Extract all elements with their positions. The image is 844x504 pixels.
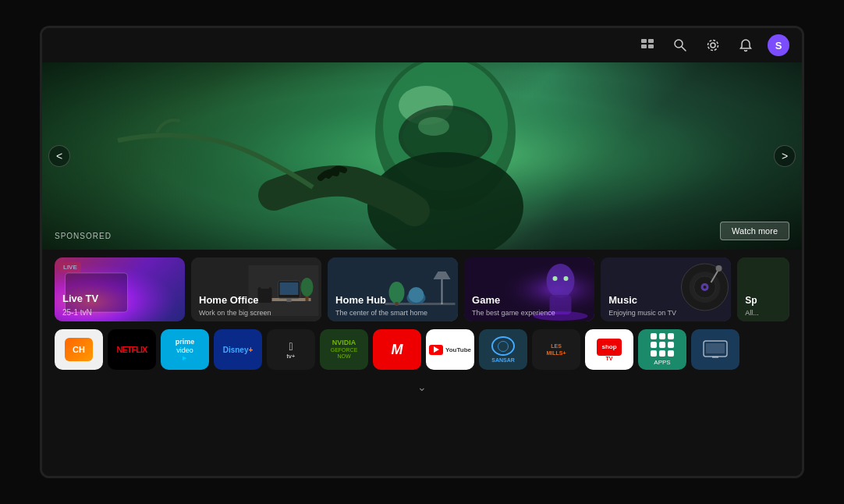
- settings-icon[interactable]: [702, 34, 724, 56]
- svg-rect-25: [258, 287, 272, 303]
- home-hub-title: Home Hub: [335, 294, 386, 306]
- svg-rect-54: [706, 343, 725, 353]
- home-office-subtitle: Work on the big screen: [199, 309, 271, 317]
- svg-point-39: [547, 264, 575, 298]
- apps-label: APPS: [654, 359, 670, 366]
- apps-row: CH NETFLIX prime video ▶ Disney+: [55, 329, 789, 370]
- game-subtitle: The best game experience: [472, 309, 555, 317]
- sponsored-label: SPONSORED: [55, 232, 112, 240]
- sports-subtitle: All...: [745, 309, 759, 317]
- app-icon-les-mills[interactable]: LESMILLS+: [532, 329, 580, 370]
- svg-rect-28: [306, 296, 309, 301]
- app-icon-masterclass[interactable]: M: [373, 329, 421, 370]
- game-title: Game: [472, 294, 500, 306]
- category-card-game[interactable]: Game The best game experience: [464, 257, 594, 321]
- content-area: LIVE Live TV 25-1 tvN: [42, 250, 802, 476]
- hero-prev-button[interactable]: <: [48, 145, 70, 167]
- svg-rect-26: [261, 285, 270, 289]
- category-card-live-tv[interactable]: LIVE Live TV 25-1 tvN: [55, 257, 185, 321]
- live-tv-channel: 25-1 tvN: [62, 308, 92, 317]
- hero-banner: SPONSORED Watch more < >: [42, 62, 802, 250]
- svg-rect-0: [641, 39, 647, 43]
- app-icon-disney-plus[interactable]: Disney+: [214, 329, 262, 370]
- svg-point-15: [418, 117, 449, 136]
- svg-point-49: [704, 286, 707, 289]
- category-card-home-hub[interactable]: Home Hub The center of the smart home: [328, 257, 458, 321]
- sports-title: Sp: [745, 295, 757, 306]
- avatar[interactable]: S: [768, 34, 789, 56]
- svg-point-27: [301, 278, 314, 296]
- music-title: Music: [608, 294, 637, 306]
- top-bar: S: [42, 28, 802, 62]
- tv-frame: S: [40, 26, 804, 478]
- home-office-title: Home Office: [199, 294, 259, 306]
- music-subtitle: Enjoying music on TV: [608, 309, 676, 317]
- app-icon-netflix[interactable]: NETFLIX: [108, 329, 156, 370]
- app-icon-shop-tv[interactable]: shop TV: [585, 329, 633, 370]
- app-icon-apple-tv[interactable]:  tv+: [267, 329, 315, 370]
- category-card-music[interactable]: Music Enjoying music on TV: [601, 257, 731, 321]
- category-card-home-office[interactable]: Home Office Work on the big screen: [191, 257, 321, 321]
- svg-point-6: [711, 43, 715, 48]
- svg-rect-24: [287, 298, 292, 302]
- app-icon-youtube[interactable]: YouTube: [426, 329, 474, 370]
- app-icon-ch[interactable]: CH: [55, 329, 103, 370]
- category-row: LIVE Live TV 25-1 tvN: [55, 257, 789, 321]
- app-icon-more[interactable]: [691, 329, 739, 370]
- chevron-down-icon: ⌄: [417, 381, 427, 393]
- app-icon-geforce-now[interactable]: NVIDIA GEFORCE NOW: [320, 329, 368, 370]
- home-hub-subtitle: The center of the smart home: [335, 309, 427, 317]
- grid-icon[interactable]: [637, 34, 658, 56]
- hero-next-button[interactable]: >: [774, 145, 796, 167]
- svg-point-42: [564, 276, 569, 281]
- svg-rect-23: [280, 282, 299, 295]
- svg-point-41: [553, 276, 558, 281]
- svg-rect-3: [648, 44, 654, 48]
- svg-point-51: [716, 265, 722, 272]
- watch-more-button[interactable]: Watch more: [720, 222, 789, 240]
- svg-rect-2: [641, 44, 647, 48]
- svg-point-34: [409, 287, 424, 303]
- scroll-down-indicator[interactable]: ⌄: [55, 378, 789, 396]
- svg-rect-1: [648, 39, 654, 43]
- svg-point-35: [389, 282, 405, 303]
- search-icon[interactable]: [669, 34, 691, 56]
- category-card-sports[interactable]: Sp All...: [737, 257, 789, 321]
- app-icon-prime-video[interactable]: prime video ▶: [161, 329, 209, 370]
- svg-rect-55: [712, 357, 718, 358]
- app-icon-apps[interactable]: APPS: [638, 329, 686, 370]
- svg-rect-31: [442, 279, 443, 304]
- svg-rect-36: [395, 302, 399, 306]
- svg-line-5: [682, 47, 686, 51]
- app-icon-sansar[interactable]: SANSAR: [479, 329, 527, 370]
- bell-icon[interactable]: [735, 34, 757, 56]
- live-tv-title: Live TV: [62, 293, 98, 304]
- svg-point-7: [708, 41, 718, 51]
